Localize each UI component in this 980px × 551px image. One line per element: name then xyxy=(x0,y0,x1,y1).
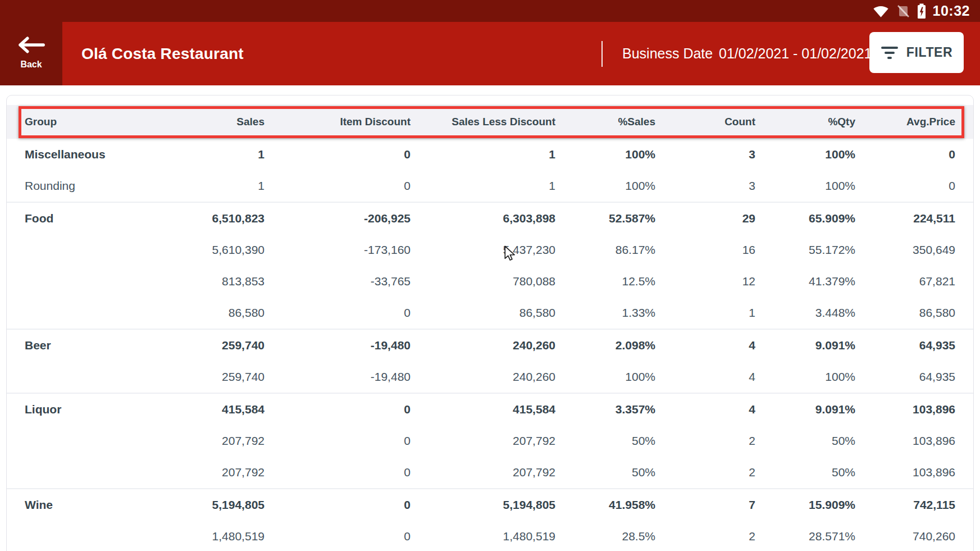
cell-sales-less-discount: 207,792 xyxy=(411,434,555,448)
table-row[interactable]: 259,740-19,480240,260100%4100%64,935 xyxy=(7,361,973,393)
back-button-label: Back xyxy=(20,60,42,70)
page-title: Olá Costa Restaurant xyxy=(81,22,244,85)
cell-sales: 207,792 xyxy=(154,466,265,479)
column-header-count[interactable]: Count xyxy=(655,116,755,128)
cell-avg-price: 86,580 xyxy=(855,306,955,320)
cell-pct-sales: 3.357% xyxy=(555,403,655,416)
column-header-pct-qty[interactable]: %Qty xyxy=(755,116,855,128)
column-header-avg-price[interactable]: Avg.Price xyxy=(855,116,955,128)
column-header-sales[interactable]: Sales xyxy=(154,116,265,128)
cell-item-discount: -206,925 xyxy=(265,212,411,225)
cell-pct-qty: 50% xyxy=(755,466,855,479)
cell-avg-price: 103,896 xyxy=(855,403,955,416)
cell-avg-price: 0 xyxy=(855,148,955,161)
cell-count: 4 xyxy=(655,403,755,416)
cell-pct-sales: 50% xyxy=(555,466,655,479)
table-body: Miscellaneous101100%3100%0Rounding101100… xyxy=(7,139,973,551)
table-row[interactable]: Rounding101100%3100%0 xyxy=(7,170,973,202)
cell-sales: 1 xyxy=(154,179,265,193)
cell-item-discount: 0 xyxy=(265,306,411,320)
back-button[interactable]: Back xyxy=(0,0,62,85)
cell-avg-price: 224,511 xyxy=(855,212,955,225)
cell-count: 3 xyxy=(655,179,755,193)
table-row[interactable]: 207,7920207,79250%250%103,896 xyxy=(7,457,973,488)
cell-pct-qty: 55.172% xyxy=(755,243,855,257)
business-date-label: Business Date xyxy=(622,22,713,85)
table-row[interactable]: 813,853-33,765780,08812.5%1241.379%67,82… xyxy=(7,266,973,297)
cell-avg-price: 67,821 xyxy=(855,275,955,288)
cell-pct-qty: 100% xyxy=(755,370,855,384)
table-row[interactable]: 5,610,390-173,1605,437,23086.17%1655.172… xyxy=(7,234,973,266)
column-header-pct-sales[interactable]: %Sales xyxy=(555,116,655,128)
table-row[interactable]: Liquor415,5840415,5843.357%49.091%103,89… xyxy=(7,394,973,425)
column-header-item-discount[interactable]: Item Discount xyxy=(265,116,411,128)
cell-sales: 207,792 xyxy=(154,434,265,448)
cell-pct-sales: 50% xyxy=(555,434,655,448)
battery-charging-icon xyxy=(917,3,926,19)
cell-sales-less-discount: 6,303,898 xyxy=(411,212,555,225)
table-row[interactable]: 207,7920207,79250%250%103,896 xyxy=(7,425,973,457)
filter-icon xyxy=(881,45,899,60)
cell-sales: 86,580 xyxy=(154,306,265,320)
table-row[interactable]: Beer259,740-19,480240,2602.098%49.091%64… xyxy=(7,330,973,361)
cell-sales: 6,510,823 xyxy=(154,212,265,225)
cell-avg-price: 103,896 xyxy=(855,434,955,448)
cell-sales: 5,194,805 xyxy=(154,498,265,512)
cell-avg-price: 742,115 xyxy=(855,498,955,512)
table-row[interactable]: Food6,510,823-206,9256,303,89852.587%296… xyxy=(7,203,973,234)
header-divider xyxy=(601,41,603,67)
table-row[interactable]: 86,580086,5801.33%13.448%86,580 xyxy=(7,297,973,329)
cell-pct-qty: 28.571% xyxy=(755,530,855,543)
cell-item-discount: -19,480 xyxy=(265,370,411,384)
cell-pct-qty: 100% xyxy=(755,148,855,161)
cell-avg-price: 350,649 xyxy=(855,243,955,257)
cell-pct-sales: 52.587% xyxy=(555,212,655,225)
cell-pct-sales: 1.33% xyxy=(555,306,655,320)
cell-item-discount: 0 xyxy=(265,403,411,416)
cell-sales-less-discount: 1,480,519 xyxy=(411,530,555,543)
cell-sales-less-discount: 5,437,230 xyxy=(411,243,555,257)
cell-sales-less-discount: 1 xyxy=(411,179,555,193)
cell-pct-qty: 41.379% xyxy=(755,275,855,288)
table-section: Beer259,740-19,480240,2602.098%49.091%64… xyxy=(7,329,973,393)
cell-count: 29 xyxy=(655,212,755,225)
cell-sales: 813,853 xyxy=(154,275,265,288)
cell-sales-less-discount: 1 xyxy=(411,148,555,161)
column-header-group[interactable]: Group xyxy=(25,116,154,128)
table-row[interactable]: Miscellaneous101100%3100%0 xyxy=(7,139,973,170)
cell-sales: 259,740 xyxy=(154,370,265,384)
cell-item-discount: 0 xyxy=(265,434,411,448)
cell-pct-sales: 2.098% xyxy=(555,339,655,352)
cell-avg-price: 64,935 xyxy=(855,370,955,384)
cell-pct-sales: 100% xyxy=(555,179,655,193)
table-row[interactable]: 1,480,51901,480,51928.5%228.571%740,260 xyxy=(7,521,973,551)
cell-item-discount: -173,160 xyxy=(265,243,411,257)
column-header-sales-less-discount[interactable]: Sales Less Discount xyxy=(411,116,555,128)
table-row[interactable]: Wine5,194,80505,194,80541.958%715.909%74… xyxy=(7,489,973,521)
cell-item-discount: 0 xyxy=(265,148,411,161)
business-date-value[interactable]: 01/02/2021 - 01/02/2021 xyxy=(719,22,872,85)
cell-count: 2 xyxy=(655,530,755,543)
cell-item-discount: 0 xyxy=(265,179,411,193)
cell-sales: 259,740 xyxy=(154,339,265,352)
cell-pct-qty: 65.909% xyxy=(755,212,855,225)
cell-sales-less-discount: 415,584 xyxy=(411,403,555,416)
cell-sales: 5,610,390 xyxy=(154,243,265,257)
group-cell: Rounding xyxy=(25,179,154,193)
back-arrow-icon xyxy=(17,35,46,55)
cell-sales-less-discount: 86,580 xyxy=(411,306,555,320)
cell-avg-price: 0 xyxy=(855,179,955,193)
cell-avg-price: 64,935 xyxy=(855,339,955,352)
filter-button[interactable]: FILTER xyxy=(869,32,964,73)
table-header-row: Group Sales Item Discount Sales Less Dis… xyxy=(7,105,973,139)
cell-pct-qty: 9.091% xyxy=(755,403,855,416)
cell-sales: 1 xyxy=(154,148,265,161)
cell-sales-less-discount: 240,260 xyxy=(411,339,555,352)
cell-pct-sales: 100% xyxy=(555,148,655,161)
cell-pct-qty: 15.909% xyxy=(755,498,855,512)
cell-count: 2 xyxy=(655,466,755,479)
cell-count: 1 xyxy=(655,306,755,320)
cell-avg-price: 740,260 xyxy=(855,530,955,543)
cell-sales: 415,584 xyxy=(154,403,265,416)
cell-sales-less-discount: 780,088 xyxy=(411,275,555,288)
